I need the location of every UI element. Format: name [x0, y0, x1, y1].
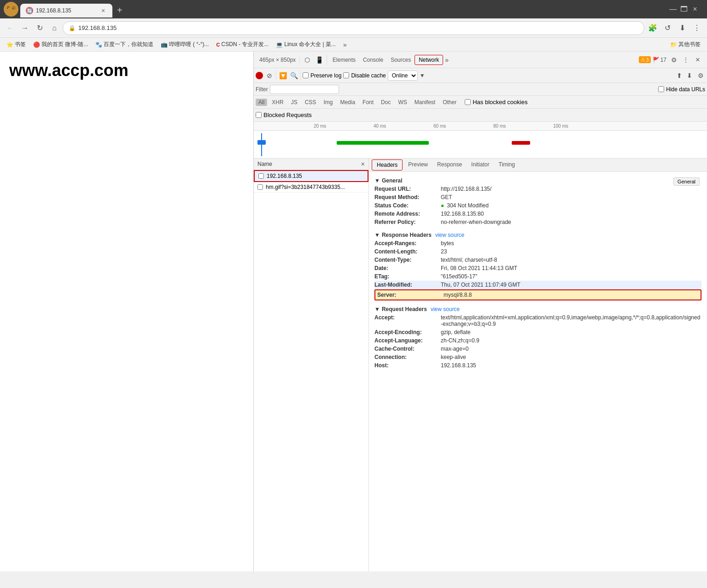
filter-css-btn[interactable]: CSS — [302, 99, 319, 106]
remote-address-val: 192.168.8.135:80 — [441, 211, 484, 217]
bookmark-star[interactable]: ⭐ 书签 — [4, 40, 29, 49]
network-settings-btn[interactable]: ⚙ — [696, 71, 705, 80]
blocked-requests-label[interactable]: Blocked Requests — [256, 112, 312, 118]
search-icon-btn[interactable]: 🔍 — [289, 71, 298, 80]
extensions-btn[interactable]: 🧩 — [646, 22, 659, 35]
bookmark-weibo[interactable]: 🔴 我的首页 微博-随... — [30, 40, 91, 49]
close-btn[interactable]: × — [690, 5, 700, 14]
title-bar-left — [4, 2, 18, 17]
tabs-bar: 🔄 192.168.8.135 × + — [18, 1, 665, 18]
bookmark-csdn[interactable]: C CSDN - 专业开发... — [214, 40, 272, 49]
devtools-close-btn[interactable]: × — [692, 54, 703, 65]
filter-font-btn[interactable]: Font — [360, 99, 376, 106]
tab-console[interactable]: Console — [359, 55, 387, 65]
request-url-val: http://192.168.8.135/ — [441, 186, 491, 192]
host-key: Host: — [374, 362, 439, 369]
tab-network[interactable]: Network — [415, 55, 443, 65]
bookmark-bilibili[interactable]: 📺 哔哩哔哩 ( °-°)... — [158, 40, 211, 49]
active-tab[interactable]: 🔄 192.168.8.135 × — [20, 4, 112, 18]
general-collapse-btn[interactable]: General — [673, 177, 700, 186]
history-btn[interactable]: ↺ — [661, 22, 674, 35]
disable-cache-checkbox[interactable] — [343, 72, 349, 78]
tab-initiator[interactable]: Initiator — [467, 159, 494, 171]
date-row: Date: Fri, 08 Oct 2021 11:44:13 GMT — [374, 264, 701, 272]
address-bar[interactable]: 🔒 192.168.8.135 — [63, 21, 644, 35]
filter-manifest-btn[interactable]: Manifest — [412, 99, 438, 106]
request-1-checkbox[interactable] — [258, 173, 264, 179]
bookmarks-more-btn[interactable]: » — [340, 40, 350, 49]
devtools-right-icons: ⚠ 3 🚩 17 ⚙ ⋮ × — [637, 54, 705, 65]
preserve-log-label[interactable]: Preserve log — [303, 72, 341, 79]
server-row: Server: mysql/8.8.8 — [374, 289, 701, 300]
tab-sources[interactable]: Sources — [387, 55, 415, 65]
download-btn[interactable]: ⬇ — [676, 22, 689, 35]
page-title: www.accp.com — [9, 61, 244, 80]
accept-ranges-val: bytes — [441, 240, 454, 247]
response-headers-label: Response Headers — [382, 232, 432, 238]
hide-data-urls-label[interactable]: Hide data URLs — [658, 86, 705, 93]
tab-more-btn[interactable]: » — [443, 54, 450, 65]
filter-other-btn[interactable]: Other — [440, 99, 459, 106]
filter-icon-btn[interactable]: 🔽 — [278, 71, 287, 80]
bookmark-linux[interactable]: 💻 Linux 命令大全 | 菜... — [273, 40, 339, 49]
new-tab-button[interactable]: + — [113, 3, 126, 18]
export-btn[interactable]: ⬇ — [685, 71, 694, 80]
tab-preview[interactable]: Preview — [403, 159, 432, 171]
device-btn[interactable]: 📱 — [314, 54, 325, 65]
throttle-arrow: ▼ — [420, 72, 425, 79]
stop-btn[interactable]: ⊘ — [265, 71, 274, 80]
filter-all-btn[interactable]: All — [256, 99, 267, 106]
hide-data-urls-checkbox[interactable] — [658, 86, 664, 92]
preserve-log-checkbox[interactable] — [303, 72, 309, 78]
blocked-requests-checkbox[interactable] — [256, 112, 262, 118]
back-btn[interactable]: ← — [4, 22, 17, 35]
request-item-1[interactable]: 192.168.8.135 — [254, 170, 368, 182]
has-blocked-checkbox[interactable] — [465, 99, 471, 105]
devtools-settings-btn[interactable]: ⚙ — [668, 54, 679, 65]
bookmark-other[interactable]: 📁 其他书签 — [667, 40, 703, 49]
devtools-more-btn[interactable]: ⋮ — [680, 54, 691, 65]
tab-headers[interactable]: Headers — [372, 159, 403, 171]
filter-media-btn[interactable]: Media — [337, 99, 358, 106]
filter-js-btn[interactable]: JS — [288, 99, 300, 106]
reload-btn[interactable]: ↻ — [33, 22, 46, 35]
request-headers-view-source[interactable]: view source — [431, 306, 460, 312]
tab-timing[interactable]: Timing — [494, 159, 520, 171]
folder-icon: 📁 — [670, 41, 677, 48]
forward-btn[interactable]: → — [18, 22, 31, 35]
filter-img-btn[interactable]: Img — [321, 99, 335, 106]
request-url-row: Request URL: http://192.168.8.135/ — [374, 185, 672, 193]
request-url-key: Request URL: — [374, 186, 439, 192]
home-btn[interactable]: ⌂ — [48, 22, 61, 35]
has-blocked-label[interactable]: Has blocked cookies — [465, 99, 527, 106]
record-btn[interactable] — [256, 72, 263, 79]
minimize-btn[interactable]: — — [668, 5, 678, 14]
disable-cache-label[interactable]: Disable cache — [343, 72, 386, 79]
filter-input[interactable] — [270, 85, 339, 94]
inspect-btn[interactable]: ⬡ — [302, 54, 313, 65]
filter-bar: Filter Hide data URLs — [254, 83, 707, 96]
request-2-checkbox[interactable] — [257, 184, 263, 190]
request-item-2[interactable]: hm.gif?si=3b231847743b9335... — [254, 182, 368, 193]
import-btn[interactable]: ⬆ — [675, 71, 684, 80]
warning-count: 3 — [646, 57, 649, 63]
filter-doc-btn[interactable]: Doc — [378, 99, 393, 106]
tab-elements[interactable]: Elements — [329, 55, 359, 65]
throttle-select[interactable]: Online — [388, 71, 418, 81]
filter-ws-btn[interactable]: WS — [395, 99, 409, 106]
tab-close-btn[interactable]: × — [99, 7, 107, 14]
content-length-key: Content-Length: — [374, 248, 439, 255]
bookmark-baidu[interactable]: 🐾 百度一下，你就知道 — [93, 40, 156, 49]
response-headers-view-source[interactable]: view source — [435, 232, 464, 238]
filter-xhr-btn[interactable]: XHR — [269, 99, 286, 106]
host-val: 192.168.8.135 — [441, 362, 476, 369]
accept-language-val: zh-CN,zh;q=0.9 — [441, 337, 479, 344]
requests-panel-close[interactable]: × — [361, 160, 365, 168]
has-blocked-text: Has blocked cookies — [473, 99, 527, 106]
maximize-btn[interactable]: 🗖 — [679, 5, 689, 14]
disable-cache-text: Disable cache — [351, 72, 386, 79]
referrer-policy-key: Referrer Policy: — [374, 219, 439, 225]
filter-label: Filter — [256, 86, 268, 93]
menu-btn[interactable]: ⋮ — [690, 22, 703, 35]
tab-response[interactable]: Response — [432, 159, 467, 171]
